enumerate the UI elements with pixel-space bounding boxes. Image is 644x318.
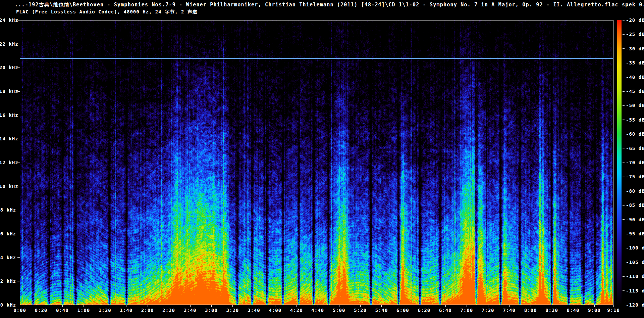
db-tick [623,290,625,291]
time-tick-label: 4:40 [306,308,329,313]
freq-tick-label: 2 kHz [0,279,16,283]
time-tick-label: 8:20 [540,308,564,313]
freq-tick-label: 18 kHz [0,89,16,94]
time-tick [105,305,105,307]
spek-window: ...-192古典\维也纳\Beethoven - Symphonies Nos… [0,0,644,318]
freq-tick-label: 4 kHz [0,255,16,260]
freq-tick-label: 8 kHz [0,208,16,212]
db-tick [623,248,625,248]
time-tick-label: 2:20 [157,308,180,313]
time-tick-label: 1:20 [93,308,117,313]
db-tick-label: -30 dB [626,46,644,51]
time-tick-label: 4:20 [285,308,308,313]
time-tick-label: 6:00 [391,308,415,313]
time-tick [613,305,614,307]
db-tick-label: -115 dB [626,288,644,293]
db-tick-label: -120 dB [626,303,644,307]
time-tick-label: 8:00 [519,308,542,313]
db-tick-label: -75 dB [626,174,644,179]
db-tick-label: -50 dB [626,103,644,108]
time-tick [360,305,361,307]
db-tick-label: -25 dB [626,32,644,37]
freq-tick-label: 0 kHz [0,303,16,307]
time-tick-label: 4:00 [263,308,287,313]
time-tick-label: 0:40 [51,308,74,313]
db-tick-label: -35 dB [626,60,644,65]
db-tick [623,177,625,177]
time-tick-label: 1:40 [114,308,138,313]
db-tick [623,134,625,134]
time-tick-label: 8:40 [561,308,585,313]
db-tick [623,262,625,262]
time-tick [509,305,509,307]
freq-tick-label: 20 kHz [0,65,16,70]
time-tick [275,305,275,307]
db-tick [623,148,625,148]
time-tick-label: 7:40 [497,308,521,313]
db-tick-label: -60 dB [626,132,644,136]
db-tick [623,91,625,92]
db-tick-label: -95 dB [626,231,644,236]
time-tick [62,305,63,307]
db-tick [623,276,625,277]
time-tick-label: 2:00 [136,308,159,313]
db-tick-label: -100 dB [626,245,644,250]
time-tick-label: 3:00 [200,308,223,313]
db-tick-label: -85 dB [626,203,644,208]
freq-tick-label: 10 kHz [0,184,16,189]
db-tick-label: -70 dB [626,160,644,165]
time-tick-label: 3:40 [242,308,266,313]
time-tick-label: 6:40 [434,308,457,313]
time-tick-label: 1:00 [72,308,95,313]
time-tick-label: 6:20 [412,308,436,313]
time-tick [488,305,488,307]
db-tick [623,205,625,206]
freq-tick-label: 6 kHz [0,231,16,236]
time-tick-label: 0:20 [29,308,53,313]
time-tick [552,305,552,307]
time-tick [254,305,254,307]
spectrogram-canvas [20,20,613,305]
time-tick-label: 5:20 [348,308,372,313]
db-tick [623,120,625,120]
db-tick-label: -110 dB [626,274,644,279]
db-tick [623,191,625,191]
time-tick-label: 7:20 [476,308,500,313]
time-tick-label: 2:40 [178,308,202,313]
db-tick [623,105,625,106]
time-tick-label: 7:00 [455,308,478,313]
freq-tick-label: 22 kHz [0,42,16,46]
db-tick [623,20,625,20]
db-tick-label: -45 dB [626,89,644,94]
time-tick [403,305,403,307]
freq-tick-label: 24 kHz [0,18,16,22]
db-tick [623,48,625,49]
db-tick-label: -90 dB [626,217,644,222]
db-tick [623,63,625,63]
time-tick [573,305,573,307]
freq-tick [17,281,20,281]
db-tick-label: -20 dB [626,18,644,22]
time-tick-label: 5:00 [327,308,351,313]
file-info: FLAC (Free Lossless Audio Codec), 48000 … [16,9,198,15]
time-tick [424,305,424,307]
time-tick [211,305,212,307]
freq-tick-label: 14 kHz [0,136,16,141]
time-tick [169,305,169,307]
time-tick [297,305,297,307]
time-tick [318,305,318,307]
db-legend-colorbar [617,20,622,305]
db-tick-label: -40 dB [626,75,644,80]
db-tick [623,34,625,35]
db-tick [623,77,625,77]
time-tick-label: 9:18 [602,308,625,313]
db-tick-label: -80 dB [626,189,644,193]
freq-tick [17,257,20,258]
time-tick [190,305,191,307]
freq-tick [17,305,20,305]
db-tick [623,163,625,163]
db-tick [623,219,625,220]
db-tick-label: -105 dB [626,260,644,265]
time-tick [445,305,446,307]
time-tick [148,305,148,307]
